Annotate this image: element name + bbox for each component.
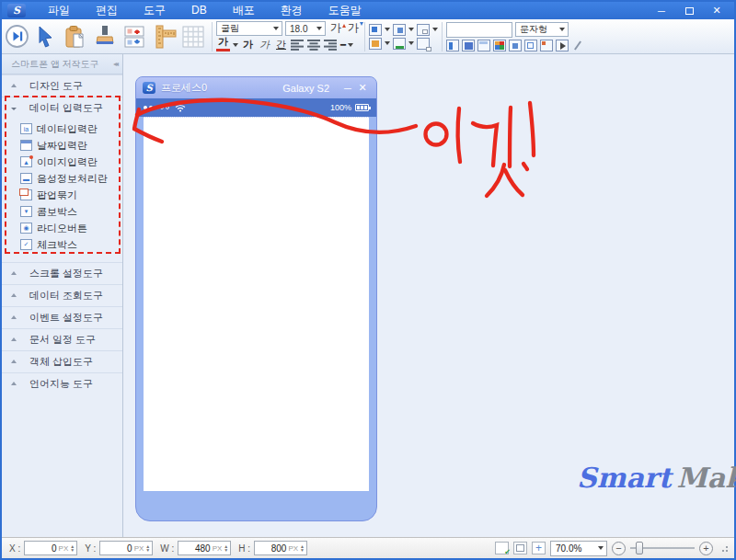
section-document-schedule-tools[interactable]: 문서 일정 도구 (2, 328, 122, 350)
maximize-icon (685, 7, 694, 15)
phone-statusbar: 100% (136, 98, 376, 117)
w-field[interactable]: 480 PX ▲▼ (178, 541, 231, 555)
underline-button[interactable]: 간 (274, 38, 288, 51)
align-left-icon[interactable] (291, 40, 305, 51)
app-logo-letter: S (13, 5, 20, 17)
paste-button[interactable] (61, 22, 90, 51)
close-button[interactable]: ✕ (703, 2, 730, 19)
menu-environment[interactable]: 환경 (268, 2, 316, 19)
section-data-query-tools[interactable]: 데이터 조회도구 (2, 284, 122, 306)
menu-help[interactable]: 도움말 (316, 2, 374, 19)
palette-icon[interactable] (493, 40, 506, 51)
distribute-icon[interactable] (446, 40, 459, 51)
zoom-slider[interactable] (630, 542, 695, 554)
tool-item-label: 콤보박스 (37, 205, 77, 219)
group-icon[interactable] (509, 40, 522, 51)
phone-screen[interactable] (144, 117, 369, 491)
phone-titlebar[interactable]: S 프로세스0 Galaxy S2 ─ ✕ (136, 77, 376, 98)
minimize-button[interactable]: ─ (648, 2, 675, 19)
section-language-ai-tools[interactable]: 언어지능 도구 (2, 372, 122, 394)
grow-font-button[interactable]: 가 (328, 22, 343, 36)
phone-close-button[interactable]: ✕ (355, 82, 370, 94)
align-objects-icon[interactable] (369, 24, 382, 36)
order-icon[interactable] (417, 24, 430, 36)
order-tool-button[interactable] (120, 22, 149, 51)
tool-item-popup-group[interactable]: 팝업묶기 (2, 187, 122, 203)
app-logo-icon: S (7, 4, 26, 17)
zoom-combo[interactable]: 70.0% (550, 541, 607, 556)
data-type-combo[interactable]: 문자형 (515, 22, 569, 37)
tool-item-combobox[interactable]: ▾ 콤보박스 (2, 203, 122, 220)
tool-item-checkbox[interactable]: ✓ 체크박스 (2, 236, 122, 253)
menu-edit[interactable]: 편집 (83, 2, 131, 19)
image-transfer-icon[interactable] (462, 40, 475, 51)
italic-button[interactable]: 가 (258, 38, 271, 51)
phone-minimize-button[interactable]: ─ (340, 83, 355, 94)
pan-view-icon[interactable] (532, 542, 546, 554)
h-spinner[interactable]: ▲▼ (300, 544, 305, 552)
fill-color-icon[interactable] (369, 38, 382, 50)
design-canvas[interactable]: S 프로세스0 Galaxy S2 ─ ✕ 100% (124, 54, 734, 541)
popup-group-icon (20, 189, 32, 200)
chevron-down-icon (316, 27, 322, 33)
run-button[interactable] (2, 22, 31, 51)
chevron-down-icon (385, 41, 390, 48)
y-field[interactable]: 0 PX ▲▼ (99, 541, 153, 555)
menu-file[interactable]: 파일 (35, 2, 83, 19)
section-event-tools[interactable]: 이벤트 설정도구 (2, 306, 122, 328)
w-spinner[interactable]: ▲▼ (224, 544, 228, 552)
phone-preview-window[interactable]: S 프로세스0 Galaxy S2 ─ ✕ 100% (135, 76, 377, 521)
magic-wand-icon[interactable] (571, 40, 584, 51)
validate-icon[interactable] (495, 542, 509, 554)
font-family-combo[interactable]: 굴림 (216, 21, 282, 36)
arrange-group (369, 20, 438, 53)
tool-sidebar: 스마트폰 앱 저작도구 ◂◂ 디자인 도구 데이터 입력도구 ia 데이터입력란… (2, 54, 123, 541)
bold-button[interactable]: 가 (241, 38, 255, 51)
grid-tool-button[interactable] (178, 22, 208, 51)
tool-item-voice-input[interactable]: ▬ 음성정보처리란 (2, 170, 122, 187)
section-data-input-tools[interactable]: 데이터 입력도구 (2, 97, 122, 119)
section-design-tools[interactable]: 디자인 도구 (2, 74, 122, 97)
image-input-icon: ▲ (20, 156, 32, 167)
font-color-button[interactable]: 가 (216, 38, 230, 51)
zoom-slider-handle[interactable] (636, 542, 643, 554)
select-tool-button[interactable] (31, 22, 61, 51)
tool-item-date-input[interactable]: 날짜입력란 (2, 137, 122, 154)
duplicate-icon[interactable] (417, 38, 430, 50)
zoom-out-button[interactable]: − (612, 542, 626, 555)
link-objects-icon[interactable] (524, 40, 537, 51)
object-name-input[interactable] (446, 22, 512, 38)
collapsed-arrow-icon (11, 379, 17, 385)
tool-item-radio-button[interactable]: ◉ 라디오버튼 (2, 220, 122, 236)
preview-icon[interactable] (556, 40, 569, 51)
section-object-insert-tools[interactable]: 객체 삽입도구 (2, 350, 122, 372)
font-size-combo[interactable]: 18.0 (285, 21, 326, 36)
x-field[interactable]: 0 PX ▲▼ (24, 541, 77, 555)
shrink-font-button[interactable]: 가 (346, 22, 361, 36)
table-icon[interactable] (477, 40, 490, 51)
line-style-button[interactable]: ━ (340, 40, 345, 50)
y-spinner[interactable]: ▲▼ (145, 544, 150, 552)
position-icon[interactable] (393, 24, 406, 36)
process-title: 프로세스0 (161, 81, 207, 95)
align-right-icon[interactable] (324, 40, 338, 51)
resize-grip[interactable] (719, 543, 729, 553)
align-center-icon[interactable] (307, 40, 321, 51)
clear-format-button[interactable] (90, 22, 120, 51)
collapse-sidebar-icon[interactable]: ◂◂ (113, 60, 117, 68)
menu-tools[interactable]: 도구 (131, 2, 178, 19)
h-field[interactable]: 800 PX ▲▼ (254, 541, 307, 555)
zoom-in-button[interactable]: + (699, 542, 713, 555)
menu-db[interactable]: DB (178, 2, 220, 19)
maximize-button[interactable] (675, 2, 703, 19)
section-scroll-tools[interactable]: 스크롤 설정도구 (2, 262, 122, 284)
menu-deploy[interactable]: 배포 (220, 2, 268, 19)
x-spinner[interactable]: ▲▼ (70, 544, 75, 552)
ruler-tool-button[interactable] (149, 22, 178, 51)
line-color-icon[interactable] (393, 38, 406, 50)
document-settings-icon[interactable] (540, 40, 553, 51)
tool-item-image-input[interactable]: ▲ 이미지입력란 (2, 154, 122, 170)
panel-toggle-icon[interactable] (513, 542, 527, 554)
tool-item-data-input[interactable]: ia 데이터입력란 (2, 120, 122, 137)
font-color-glyph: 가 (218, 35, 228, 49)
